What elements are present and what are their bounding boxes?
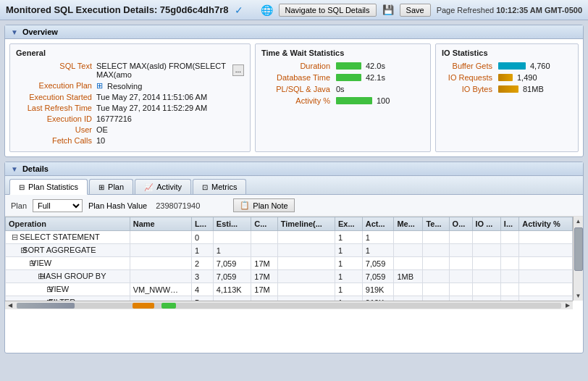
overview-title: Overview (22, 28, 58, 36)
plan-controls: Plan Full Adaptive Plan Hash Value 23980… (5, 195, 583, 217)
table-row[interactable]: ⊟ SELECT STATEMENT 0 11 (6, 231, 573, 244)
plsql-value: 0s (336, 85, 358, 93)
plan-icon: ⊞ (98, 183, 104, 191)
table-row[interactable]: ⊟ SORT AGGREGATE 11 11 (6, 244, 573, 257)
plan-select[interactable]: Full Adaptive (33, 199, 83, 212)
plan-hash-value: 2398071940 (156, 201, 200, 210)
col-esti: Esti... (213, 217, 251, 231)
save-button[interactable]: Save (400, 4, 431, 17)
tab-activity[interactable]: 📈 Activity (135, 179, 191, 194)
col-te: Te... (423, 217, 449, 231)
activity-pct-value: 100 (377, 96, 398, 105)
expand-icon[interactable]: ⊟ (9, 285, 46, 294)
table-header-row: Operation Name L... Esti... C... Timelin… (6, 217, 573, 231)
table-row[interactable]: ⊟ VIEW VM_NWW…44,113K17M 1919K (6, 283, 573, 296)
details-toggle[interactable]: ▼ (11, 165, 18, 173)
io-bytes-label: IO Bytes (442, 85, 492, 93)
exec-plan-row: Execution Plan ⊞ Resolving (16, 81, 244, 91)
io-requests-bar (498, 74, 513, 81)
duration-row: Duration 42.0s (261, 62, 424, 70)
overview-toggle[interactable]: ▼ (11, 28, 18, 36)
op-cell: ⊟ SORT AGGREGATE (6, 244, 130, 257)
col-o: O... (449, 217, 472, 231)
exec-started-row: Execution Started Tue May 27, 2014 11:51… (16, 93, 244, 101)
sql-text-value: SELECT MAX(asld) FROM(SELECT MAX(amo ... (96, 62, 244, 79)
vertical-scrollbar[interactable]: ▲ ▼ (573, 217, 583, 301)
db-time-label: Database Time (261, 73, 330, 82)
exec-started-label: Execution Started (16, 93, 92, 101)
io-bytes-value: 81MB (523, 85, 545, 93)
h-scroll-green-marker (161, 303, 176, 309)
tab-metrics[interactable]: ⊡ Metrics (193, 179, 246, 194)
tab-plan-statistics[interactable]: ⊟ Plan Statistics (9, 179, 88, 195)
table-row[interactable]: ⊟ VIEW 27,05917M 17,059 (6, 257, 573, 270)
fetch-calls-value: 10 (96, 136, 105, 145)
op-cell: ⊟ VIEW (6, 283, 130, 296)
resolving-icon: ⊞ (96, 81, 103, 91)
overview-header: ▼ Overview (5, 25, 583, 39)
duration-bar-wrap: 42.0s (336, 62, 387, 70)
sql-text-label: SQL Text (16, 62, 92, 70)
user-value: OE (96, 125, 108, 134)
expand-icon[interactable]: ⊟ (9, 272, 38, 281)
user-label: User (16, 125, 92, 134)
col-c: C... (251, 217, 277, 231)
plan-note-button[interactable]: 📋 Plan Note (233, 198, 294, 212)
scrollbar-thumb[interactable] (574, 227, 583, 271)
expand-icon[interactable]: ⊟ (9, 233, 17, 242)
io-requests-row: IO Requests 1,490 (442, 73, 572, 82)
scroll-down-arrow[interactable]: ▼ (574, 291, 583, 301)
scroll-left-arrow[interactable]: ◀ (7, 301, 14, 309)
col-ex: Ex... (335, 217, 362, 231)
scroll-up-arrow[interactable]: ▲ (574, 217, 583, 226)
col-operation: Operation (6, 217, 130, 231)
exec-plan-value: ⊞ Resolving (96, 81, 142, 91)
overview-body: General SQL Text SELECT MAX(asld) FROM(S… (5, 39, 583, 156)
checkmark-icon: ✓ (235, 4, 243, 16)
title-bar: Monitored SQL Execution Details: 75g0d6c… (0, 0, 588, 20)
table-row[interactable]: ⊟ HASH GROUP BY 37,05917M 17,059 1MB (6, 270, 573, 283)
io-bytes-row: IO Bytes 81MB (442, 85, 572, 93)
db-time-value: 42.1s (366, 73, 387, 82)
col-act: Act... (362, 217, 394, 231)
exec-started-value: Tue May 27, 2014 11:51:06 AM (96, 93, 207, 101)
last-refresh-row: Last Refresh Time Tue May 27, 2014 11:52… (16, 104, 244, 112)
db-time-bar (336, 74, 361, 81)
buffer-gets-label: Buffer Gets (442, 62, 492, 70)
io-bytes-bar (498, 85, 518, 93)
activity-icon: 📈 (144, 183, 153, 191)
col-name: Name (130, 217, 191, 231)
duration-bar (336, 62, 361, 70)
db-time-row: Database Time 42.1s (261, 73, 424, 82)
sql-text-expand[interactable]: ... (232, 64, 244, 76)
note-icon: 📋 (240, 201, 250, 210)
navigate-button[interactable]: Navigate to SQL Details (279, 4, 377, 17)
exec-plan-label: Execution Plan (16, 81, 92, 90)
db-time-bar-wrap: 42.1s (336, 73, 387, 82)
expand-icon[interactable]: ⊟ (9, 246, 20, 255)
io-title: IO Statistics (442, 49, 572, 57)
op-cell: ⊟ HASH GROUP BY (6, 270, 130, 283)
io-bytes-bar-wrap: 81MB (498, 85, 545, 93)
op-cell: ⊟ SELECT STATEMENT (6, 231, 130, 244)
plan-table-wrap: Operation Name L... Esti... C... Timelin… (5, 217, 583, 309)
metrics-icon: ⊡ (202, 183, 208, 191)
buffer-gets-bar-wrap: 4,760 (498, 62, 552, 70)
col-l: L... (192, 217, 214, 231)
general-panel: General SQL Text SELECT MAX(asld) FROM(S… (9, 43, 251, 152)
expand-icon[interactable]: ⊟ (9, 259, 29, 268)
time-wait-panel: Time & Wait Statistics Duration 42.0s Da… (255, 43, 431, 152)
plan-table: Operation Name L... Esti... C... Timelin… (5, 217, 573, 309)
horizontal-scrollbar[interactable]: ◀ ▶ (5, 301, 573, 309)
plsql-label: PL/SQL & Java (261, 85, 330, 93)
exec-id-row: Execution ID 16777216 (16, 114, 244, 123)
exec-id-label: Execution ID (16, 114, 92, 123)
activity-pct-bar-wrap: 100 (336, 96, 398, 105)
h-scroll-thumb[interactable] (17, 303, 75, 309)
buffer-gets-row: Buffer Gets 4,760 (442, 62, 572, 70)
plsql-row: PL/SQL & Java 0s (261, 85, 424, 93)
tab-plan[interactable]: ⊞ Plan (89, 179, 133, 194)
details-section: ▼ Details ⊟ Plan Statistics ⊞ Plan 📈 Act… (4, 162, 584, 353)
overview-section: ▼ Overview General SQL Text SELECT MAX(a… (4, 25, 584, 157)
scroll-right-arrow[interactable]: ▶ (564, 301, 571, 309)
